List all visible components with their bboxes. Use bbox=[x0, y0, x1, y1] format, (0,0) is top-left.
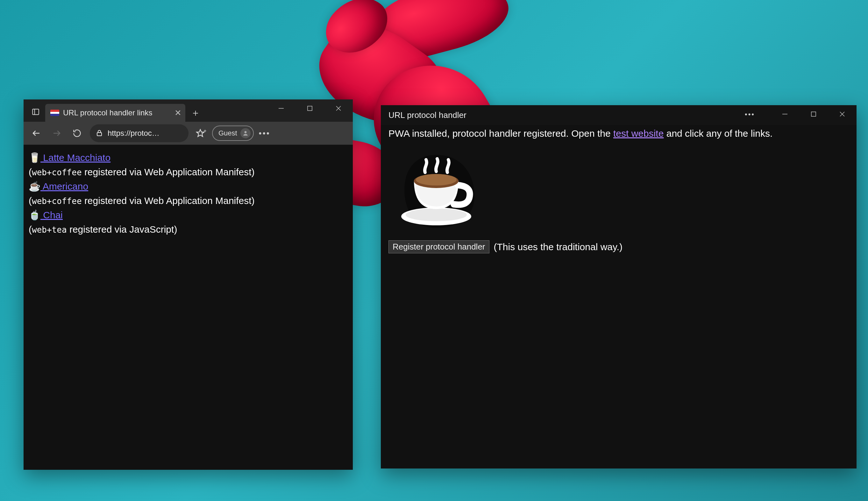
svg-point-16 bbox=[406, 209, 467, 221]
maximize-button[interactable] bbox=[799, 105, 828, 123]
tab-favicon-icon bbox=[50, 110, 59, 116]
back-button[interactable] bbox=[27, 124, 46, 142]
close-window-button[interactable] bbox=[828, 105, 857, 123]
site-info-icon[interactable] bbox=[96, 129, 103, 137]
svg-point-10 bbox=[244, 131, 246, 133]
list-item: ☕ Americano bbox=[29, 179, 348, 193]
list-item-sub: (web+coffee registered via Web Applicati… bbox=[29, 165, 348, 179]
svg-rect-8 bbox=[97, 132, 101, 136]
browser-tab[interactable]: URL protocol handler links ✕ bbox=[45, 104, 185, 122]
tab-title: URL protocol handler links bbox=[63, 108, 153, 117]
pwa-title: URL protocol handler bbox=[388, 110, 466, 120]
svg-point-18 bbox=[416, 174, 457, 185]
list-item-sub: (web+coffee registered via Web Applicati… bbox=[29, 193, 348, 208]
via-text: registered via JavaScript) bbox=[67, 224, 177, 235]
forward-button[interactable] bbox=[47, 124, 66, 142]
pwa-titlebar: URL protocol handler ••• bbox=[381, 105, 857, 125]
chai-link[interactable]: Chai bbox=[41, 210, 63, 220]
test-website-link[interactable]: test website bbox=[613, 128, 663, 139]
latte-link[interactable]: Latte Macchiato bbox=[41, 152, 110, 163]
page-content: 🥛 Latte Macchiato (web+coffee registered… bbox=[24, 145, 353, 470]
favorites-button[interactable]: + bbox=[192, 124, 211, 142]
svg-rect-0 bbox=[32, 109, 39, 115]
americano-link[interactable]: Americano bbox=[41, 181, 88, 192]
via-text: registered via Web Application Manifest) bbox=[82, 167, 255, 177]
list-item-sub: (web+tea registered via JavaScript) bbox=[29, 222, 348, 236]
refresh-button[interactable] bbox=[67, 124, 87, 142]
via-text: registered via Web Application Manifest) bbox=[82, 195, 255, 206]
drink-emoji-icon: ☕ bbox=[29, 181, 41, 192]
pwa-window: URL protocol handler ••• PWA installed, … bbox=[381, 105, 857, 469]
protocol-code: web+coffee bbox=[32, 196, 82, 206]
button-note: (This uses the traditional way.) bbox=[494, 242, 623, 253]
drink-emoji-icon: 🥛 bbox=[29, 152, 41, 163]
register-handler-button[interactable]: Register protocol handler bbox=[388, 240, 490, 253]
tab-strip: URL protocol handler links ✕ ＋ bbox=[24, 99, 353, 122]
svg-rect-3 bbox=[308, 106, 312, 110]
status-text: PWA installed, protocol handler register… bbox=[388, 128, 849, 139]
app-menu-button[interactable]: ••• bbox=[739, 105, 761, 124]
status-prefix: PWA installed, protocol handler register… bbox=[388, 128, 613, 139]
avatar-icon bbox=[240, 128, 251, 138]
window-controls bbox=[267, 99, 353, 117]
minimize-button[interactable] bbox=[771, 105, 799, 123]
pwa-content: PWA installed, protocol handler register… bbox=[381, 125, 857, 469]
svg-rect-12 bbox=[811, 112, 816, 116]
maximize-button[interactable] bbox=[296, 99, 324, 117]
protocol-code: web+coffee bbox=[32, 168, 82, 177]
close-tab-button[interactable]: ✕ bbox=[175, 108, 182, 118]
minimize-button[interactable] bbox=[267, 99, 296, 117]
browser-window: URL protocol handler links ✕ ＋ bbox=[24, 99, 353, 470]
coffee-cup-icon bbox=[388, 145, 484, 235]
window-controls bbox=[771, 105, 857, 123]
profile-button[interactable]: Guest bbox=[212, 126, 254, 141]
protocol-code: web+tea bbox=[32, 225, 67, 235]
url-text: https://protoc… bbox=[108, 129, 183, 138]
svg-marker-9 bbox=[197, 129, 204, 136]
list-item: 🥛 Latte Macchiato bbox=[29, 150, 348, 165]
status-suffix: and click any of the links. bbox=[663, 128, 772, 139]
address-bar[interactable]: https://protoc… bbox=[90, 124, 188, 142]
drink-emoji-icon: 🍵 bbox=[29, 210, 41, 220]
new-tab-button[interactable]: ＋ bbox=[188, 105, 203, 120]
browser-toolbar: https://protoc… + Guest ••• bbox=[24, 122, 353, 145]
close-window-button[interactable] bbox=[324, 99, 353, 117]
profile-label: Guest bbox=[218, 129, 237, 137]
more-menu-button[interactable]: ••• bbox=[255, 124, 274, 142]
list-item: 🍵 Chai bbox=[29, 208, 348, 222]
tab-actions-button[interactable] bbox=[26, 103, 45, 120]
